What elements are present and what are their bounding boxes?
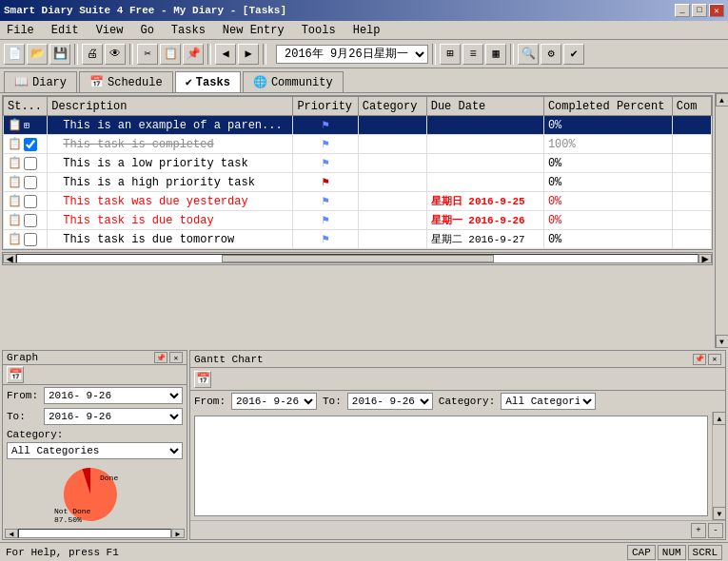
menu-tools[interactable]: Tools — [299, 23, 339, 38]
gantt-vertical-scrollbar[interactable]: ▲ ▼ — [712, 412, 725, 520]
view-list-button[interactable]: ≡ — [462, 44, 483, 65]
graph-hscroll[interactable]: ◀ ▶ — [3, 528, 187, 539]
view-grid-button[interactable]: ⊞ — [440, 44, 461, 65]
pie-chart: Done Not Done 87.50% — [52, 461, 138, 528]
menu-new-entry[interactable]: New Entry — [220, 23, 287, 38]
task-checkbox[interactable] — [24, 157, 37, 170]
table-row[interactable]: 📋 This task is due today ⚑ — [4, 211, 712, 230]
graph-pin-button[interactable]: 📌 — [154, 352, 167, 363]
menu-help[interactable]: Help — [350, 23, 384, 38]
search-button[interactable]: 🔍 — [518, 44, 539, 65]
gantt-panel-buttons: 📌 ✕ — [693, 354, 721, 365]
hscroll-track[interactable] — [16, 254, 698, 263]
expand-icon[interactable]: ⊞ — [24, 120, 30, 131]
col-category[interactable]: Category — [358, 97, 426, 116]
graph-calendar-icon[interactable]: 📅 — [7, 366, 24, 383]
graph-from-row: From: 2016- 9-26 — [3, 385, 187, 406]
cell-priority: ⚑ — [293, 116, 358, 135]
horizontal-scrollbar[interactable]: ◀ ▶ — [2, 252, 713, 265]
maximize-button[interactable]: □ — [692, 4, 707, 17]
col-status[interactable]: St... — [4, 97, 48, 116]
cut-button[interactable]: ✂ — [137, 44, 158, 65]
open-button[interactable]: 📂 — [27, 44, 48, 65]
gantt-vscroll-up[interactable]: ▲ — [713, 412, 725, 425]
menu-edit[interactable]: Edit — [49, 23, 82, 38]
tab-tasks-label: Tasks — [196, 76, 230, 89]
table-row[interactable]: 📋 This task is due tomorrow ⚑ — [4, 230, 712, 249]
options-button[interactable]: ⚙ — [541, 44, 561, 65]
gantt-zoom-in[interactable]: + — [691, 523, 706, 538]
tab-community[interactable]: 🌐 Community — [243, 71, 344, 92]
close-button[interactable]: ✕ — [709, 4, 724, 17]
cap-indicator: CAP — [627, 545, 656, 560]
cell-com — [672, 230, 711, 249]
gantt-calendar-icon[interactable]: 📅 — [194, 371, 211, 388]
menu-file[interactable]: File — [4, 23, 37, 38]
forward-button[interactable]: ▶ — [238, 44, 259, 65]
copy-button[interactable]: 📋 — [160, 44, 181, 65]
table-row[interactable]: 📋 This is a high priority task ⚑ — [4, 173, 712, 192]
gantt-zoom-out[interactable]: - — [708, 523, 723, 538]
menu-go[interactable]: Go — [137, 23, 156, 38]
back-button[interactable]: ◀ — [215, 44, 236, 65]
task-checkbox[interactable] — [24, 138, 37, 151]
table-row[interactable]: 📋 This task is completed ⚑ — [4, 135, 712, 154]
view-detail-button[interactable]: ▦ — [485, 44, 506, 65]
graph-close-button[interactable]: ✕ — [169, 352, 183, 363]
task-description: This is a low priority task — [63, 157, 247, 170]
task-checkbox[interactable] — [24, 214, 37, 227]
task-checkbox[interactable] — [24, 176, 37, 189]
new-button[interactable]: 📄 — [4, 44, 25, 65]
gantt-category-dropdown[interactable]: All Categories — [501, 393, 596, 410]
cell-category — [358, 135, 426, 154]
gantt-vscroll-down[interactable]: ▼ — [713, 507, 725, 520]
menu-tasks[interactable]: Tasks — [168, 23, 208, 38]
paste-button[interactable]: 📌 — [183, 44, 204, 65]
table-row[interactable]: 📋 ⊞ This is an example of a paren... ⚑ — [4, 116, 712, 135]
print-button[interactable]: 🖨 — [82, 44, 103, 65]
tab-schedule-label: Schedule — [108, 76, 163, 89]
menu-view[interactable]: View — [93, 23, 127, 38]
task-checkbox[interactable] — [24, 195, 37, 208]
check-button[interactable]: ✔ — [563, 44, 584, 65]
graph-hscroll-left[interactable]: ◀ — [5, 529, 18, 538]
task-checkbox[interactable] — [24, 233, 37, 246]
hscroll-thumb[interactable] — [222, 255, 494, 262]
hscroll-left-btn[interactable]: ◀ — [3, 254, 16, 263]
tab-schedule[interactable]: 📅 Schedule — [79, 71, 173, 92]
table-row[interactable]: 📋 This task was due yesterday ⚑ — [4, 192, 712, 211]
task-description: This task was due yesterday — [63, 195, 247, 208]
gantt-to-dropdown[interactable]: 2016- 9-26 — [347, 393, 433, 410]
vscroll-up-btn[interactable]: ▲ — [716, 93, 729, 106]
preview-button[interactable]: 👁 — [105, 44, 126, 65]
cell-completed-percent: 0% — [543, 154, 672, 173]
col-description[interactable]: Description — [48, 97, 293, 116]
graph-from-dropdown[interactable]: 2016- 9-26 — [44, 387, 183, 404]
vscroll-down-btn[interactable]: ▼ — [716, 335, 729, 348]
col-due-date[interactable]: Due Date — [426, 97, 543, 116]
minimize-button[interactable]: _ — [675, 4, 690, 17]
gantt-pin-button[interactable]: 📌 — [693, 354, 706, 365]
col-priority[interactable]: Priority — [293, 97, 358, 116]
date-dropdown[interactable]: 2016年 9月26日星期一 — [276, 45, 428, 64]
pie-not-done-pct: 87.50% — [54, 515, 82, 524]
graph-toolbar: 📅 — [3, 365, 187, 385]
graph-category-dropdown[interactable]: All Categories — [7, 442, 183, 459]
save-button[interactable]: 💾 — [49, 44, 70, 65]
hscroll-right-btn[interactable]: ▶ — [698, 254, 712, 263]
tab-diary[interactable]: 📖 Diary — [4, 71, 77, 92]
cell-due-date: 星期日 2016-9-25 — [426, 192, 543, 211]
col-completed-percent[interactable]: Completed Percent — [543, 97, 672, 116]
gantt-bottom-bar: + - — [190, 520, 725, 539]
tasks-vertical-scrollbar[interactable]: ▲ ▼ — [715, 93, 728, 348]
task-icon: 📋 — [8, 137, 22, 151]
col-com[interactable]: Com — [672, 97, 711, 116]
graph-hscroll-track[interactable] — [18, 529, 171, 538]
gantt-close-button[interactable]: ✕ — [708, 354, 721, 365]
table-row[interactable]: 📋 This is a low priority task ⚑ — [4, 154, 712, 173]
tab-tasks[interactable]: ✔ Tasks — [175, 71, 241, 92]
gantt-from-dropdown[interactable]: 2016- 9-26 — [231, 393, 317, 410]
graph-to-label: To: — [7, 411, 40, 422]
graph-to-dropdown[interactable]: 2016- 9-26 — [44, 408, 183, 425]
graph-hscroll-right[interactable]: ▶ — [171, 529, 185, 538]
